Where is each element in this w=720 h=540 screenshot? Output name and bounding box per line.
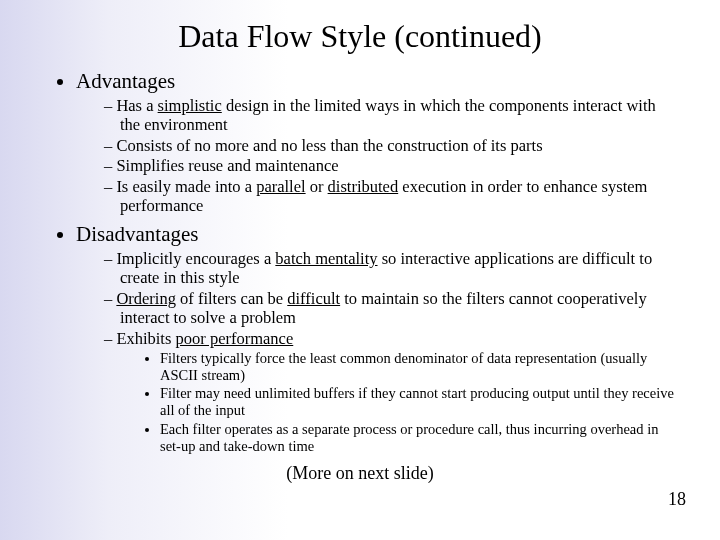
disadvantages-sublist: Implicitly encourages a batch mentality … [76, 249, 680, 455]
adv-1-pre: Has a [116, 96, 157, 115]
adv-4-pre: Is easily made into a [116, 177, 256, 196]
adv-3: Simplifies reuse and maintenance [104, 156, 680, 175]
dis-1: Implicitly encourages a batch mentality … [104, 249, 680, 288]
dis-3-pre: Exhibits [116, 329, 175, 348]
more-note: (More on next slide) [40, 463, 680, 484]
slide: Data Flow Style (continued) Advantages H… [0, 0, 720, 540]
page-number: 18 [668, 489, 686, 510]
dis-2-u2: difficult [287, 289, 340, 308]
perf-2: Filter may need unlimited buffers if the… [160, 385, 680, 419]
dis-3: Exhibits poor performance Filters typica… [104, 329, 680, 455]
adv-2: Consists of no more and no less than the… [104, 136, 680, 155]
adv-4-u1: parallel [256, 177, 305, 196]
dis-2: Ordering of filters can be difficult to … [104, 289, 680, 328]
dis-2-u1: Ordering [116, 289, 176, 308]
perf-3: Each filter operates as a separate proce… [160, 421, 680, 455]
adv-4: Is easily made into a parallel or distri… [104, 177, 680, 216]
disadvantages-item: Disadvantages Implicitly encourages a ba… [76, 222, 680, 455]
performance-sublist: Filters typically force the least common… [120, 350, 680, 455]
adv-4-mid: or [306, 177, 328, 196]
top-list: Advantages Has a simplistic design in th… [40, 69, 680, 455]
disadvantages-heading: Disadvantages [76, 222, 198, 246]
perf-1: Filters typically force the least common… [160, 350, 680, 384]
dis-1-u: batch mentality [275, 249, 377, 268]
adv-1: Has a simplistic design in the limited w… [104, 96, 680, 135]
advantages-heading: Advantages [76, 69, 175, 93]
adv-4-u2: distributed [328, 177, 399, 196]
slide-title: Data Flow Style (continued) [40, 18, 680, 55]
adv-1-u: simplistic [158, 96, 222, 115]
advantages-sublist: Has a simplistic design in the limited w… [76, 96, 680, 216]
dis-3-u: poor performance [176, 329, 294, 348]
advantages-item: Advantages Has a simplistic design in th… [76, 69, 680, 216]
dis-2-mid1: of filters can be [176, 289, 287, 308]
dis-1-pre: Implicitly encourages a [116, 249, 275, 268]
